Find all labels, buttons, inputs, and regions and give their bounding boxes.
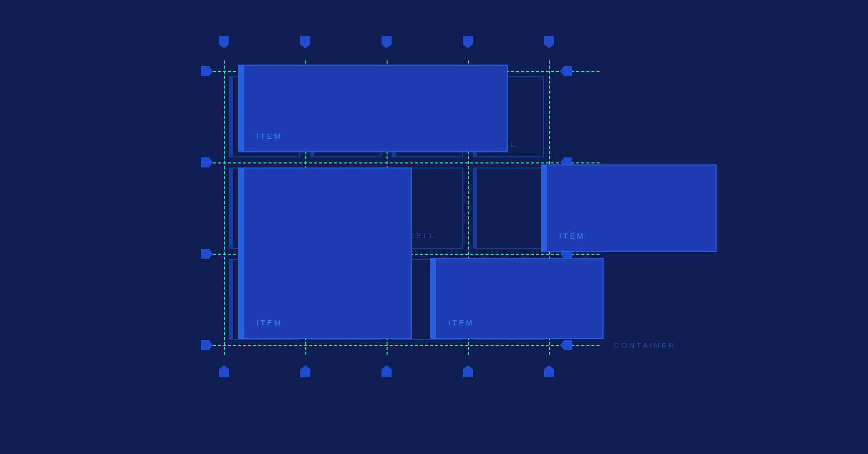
col-marker-bottom-4 [544,369,554,377]
item-label: ITEM [559,232,585,240]
container-label: CONTAINER [614,341,676,350]
row-marker-right-3 [564,340,572,350]
grid-cell [473,167,544,249]
row-marker-left-1 [201,157,209,167]
row-marker-left-0 [201,66,209,76]
cell-accent [230,77,233,156]
item-label: ITEM [256,318,283,327]
col-marker-bottom-3 [463,369,473,377]
item-accent [542,165,547,251]
gridline-row-3 [213,345,600,346]
item-accent [239,168,244,338]
col-marker-top-1 [300,36,310,44]
col-marker-bottom-2 [382,369,392,377]
row-marker-left-3 [201,340,209,350]
diagram-stage: CELL CELL ITEM ITEM ITEM ITEM CONTAINER [0,0,868,454]
cell-label: CELL [409,231,436,240]
item-label: ITEM [448,318,474,327]
gridline-row-1 [213,162,600,163]
col-marker-top-4 [544,36,554,44]
gridline-col-0 [224,61,225,355]
grid-item-top: ITEM [238,65,508,152]
item-accent [239,66,244,151]
col-marker-top-2 [382,36,392,44]
cell-accent [474,168,477,248]
row-marker-left-2 [201,249,209,259]
col-marker-bottom-0 [219,369,229,377]
cell-accent [230,260,233,339]
cell-accent [230,168,233,248]
grid-item-bottom: ITEM [430,258,604,339]
col-marker-top-0 [219,36,229,44]
row-marker-right-0 [564,66,572,76]
item-label: ITEM [256,132,283,140]
col-marker-bottom-1 [300,369,310,377]
grid-item-right: ITEM [541,164,717,252]
col-marker-top-3 [463,36,473,44]
item-accent [431,259,436,338]
grid-item-big: ITEM [238,167,412,339]
